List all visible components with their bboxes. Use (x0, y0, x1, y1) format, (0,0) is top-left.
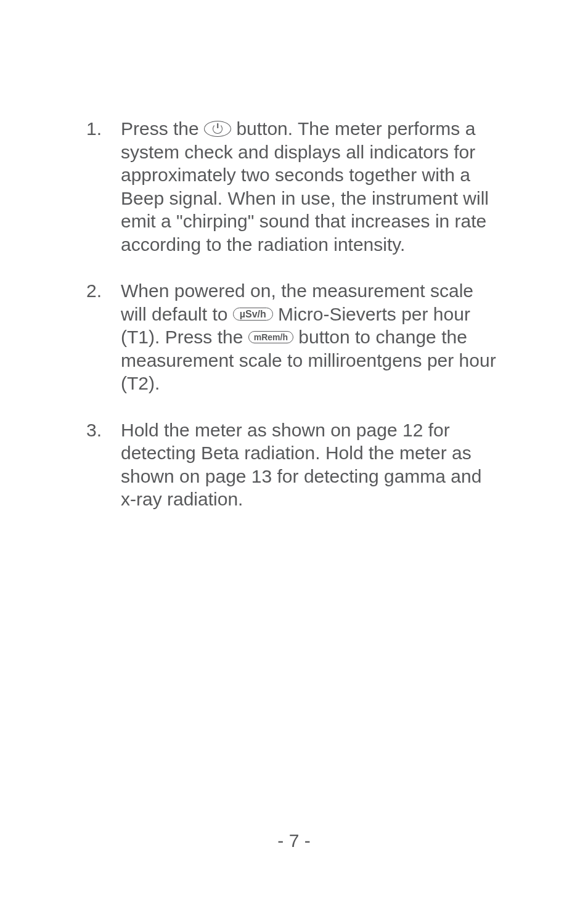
list-text: Hold the meter as shown on page 12 for d… (121, 419, 502, 511)
list-text: When powered on, the measurement scale w… (121, 279, 502, 395)
list-text: Press the button. The meter performs a s… (121, 117, 502, 256)
page-number: - 7 - (0, 830, 588, 851)
list-number: 3. (86, 419, 121, 511)
list-item-2: 2. When powered on, the measurement scal… (86, 279, 502, 395)
list-number: 2. (86, 279, 121, 395)
usv-button-icon: µSv/h (233, 308, 273, 321)
text-segment: Press the (121, 118, 204, 139)
page-content: 1. Press the button. The meter performs … (86, 117, 502, 511)
power-icon (204, 121, 231, 137)
list-item-3: 3. Hold the meter as shown on page 12 fo… (86, 419, 502, 511)
text-segment: button. The meter performs a system chec… (121, 118, 489, 255)
list-number: 1. (86, 117, 121, 256)
list-item-1: 1. Press the button. The meter performs … (86, 117, 502, 256)
mrem-button-icon: mRem/h (248, 331, 293, 343)
